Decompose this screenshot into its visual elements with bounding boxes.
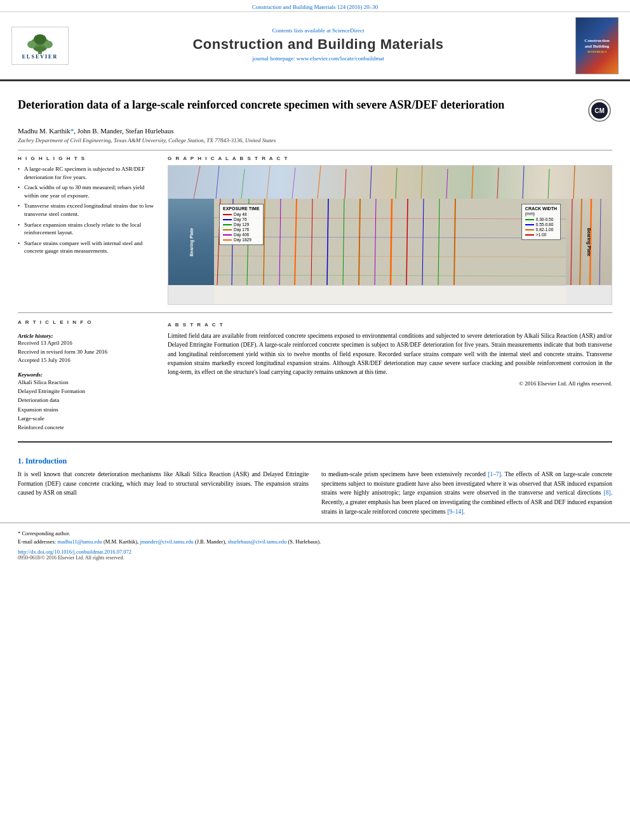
graphical-abstract-column: G R A P H I C A L A B S T R A C T — [168, 156, 612, 305]
svg-line-29 — [264, 199, 265, 285]
journal-topbar: Construction and Building Materials 124 … — [0, 0, 630, 12]
elsevier-logo: ELSEVIER — [11, 27, 69, 65]
intro-right-col: to medium-scale prism specimens have bee… — [321, 470, 612, 517]
keywords-list: Alkali Silica Reaction Delayed Ettringit… — [18, 378, 158, 432]
svg-line-44 — [214, 256, 566, 257]
email-label: E-mail addresses: — [18, 538, 56, 545]
ref-1-7-link[interactable]: [1–7] — [488, 471, 501, 477]
sciencedirect-link[interactable]: ScienceDirect — [332, 27, 364, 34]
svg-line-37 — [391, 199, 392, 285]
intro-left-col: It is well known that concrete deteriora… — [18, 470, 309, 517]
contents-prefix: Contents lists available at — [272, 27, 332, 34]
svg-line-34 — [343, 199, 344, 285]
svg-line-43 — [214, 237, 566, 238]
intro-right-text: to medium-scale prism specimens have bee… — [321, 470, 612, 517]
email2-name: (J.B. Mander), — [195, 538, 227, 545]
highlights-list: A large-scale RC specimen is subjected t… — [18, 165, 158, 255]
exposure-item-1: Day 48 — [223, 212, 260, 217]
introduction-section: 1. Introduction It is well known that co… — [0, 448, 630, 517]
exposure-item-6: Day 1829 — [223, 237, 260, 242]
keywords-label: Keywords: — [18, 371, 158, 378]
authors-line: Madhu M. Karthik*, John B. Mander, Stefa… — [18, 127, 612, 135]
svg-line-16 — [345, 169, 346, 199]
right-bearing-plate-label: Bearing Plate — [587, 228, 591, 257]
crack-item-3: 0.82-1.00 — [525, 227, 557, 232]
svg-line-12 — [241, 169, 245, 199]
email2-link[interactable]: jmander@civil.tamu.edu — [140, 538, 193, 545]
exposure-item-5: Day 406 — [223, 232, 260, 237]
svg-line-19 — [421, 166, 422, 199]
keyword-6: Reinforced concrete — [18, 423, 158, 432]
svg-line-42 — [214, 218, 566, 219]
abstract-column: A B S T R A C T Limited field data are a… — [168, 322, 612, 432]
crack-width-title: CRACK WIDTH — [525, 206, 557, 211]
svg-text:CM: CM — [594, 107, 605, 114]
journal-header-center: Contents lists available at ScienceDirec… — [69, 27, 568, 64]
crack-item-1: 0.30-0.50 — [525, 217, 557, 222]
highlights-column: H I G H L I G H T S A large-scale RC spe… — [18, 156, 158, 305]
email3-link[interactable]: shurlebaus@civil.tamu.edu — [228, 538, 287, 545]
email-line: E-mail addresses: madhu11@tamu.edu (M.M.… — [18, 538, 612, 546]
keyword-2: Delayed Ettringite Formation — [18, 387, 158, 396]
cover-title2: MATERIALS — [587, 50, 607, 53]
doi-link[interactable]: http://dx.doi.org/10.1016/j.conbuildmat.… — [18, 549, 131, 555]
svg-line-13 — [267, 166, 270, 199]
svg-line-47 — [580, 199, 582, 285]
abstract-text: Limited field data are available from re… — [168, 331, 612, 377]
graphical-abstract-image: Bearing Plate — [168, 165, 612, 305]
svg-line-11 — [216, 166, 219, 199]
highlights-heading: H I G H L I G H T S — [18, 156, 158, 161]
crack-width-unit: (mm) — [525, 211, 557, 216]
exposure-item-3: Day 129 — [223, 222, 260, 227]
journal-title: Construction and Building Materials — [69, 36, 568, 53]
ref-9-14-link[interactable]: [9–14] — [447, 509, 463, 515]
svg-point-5 — [27, 41, 36, 48]
svg-line-17 — [370, 166, 372, 199]
homepage-link[interactable]: www.elsevier.com/locate/conbuildmat — [297, 55, 384, 62]
svg-line-15 — [318, 166, 321, 199]
keyword-5: Large-scale — [18, 414, 158, 423]
svg-line-21 — [472, 166, 473, 199]
highlight-item-3: Transverse strains exceed longitudinal s… — [18, 202, 158, 218]
graphical-abstract-heading: G R A P H I C A L A B S T R A C T — [168, 156, 612, 161]
highlights-abstract-row: H I G H L I G H T S A large-scale RC spe… — [18, 156, 612, 305]
svg-line-38 — [406, 199, 408, 285]
exposure-title: EXPOSURE TIME — [223, 206, 260, 211]
svg-line-23 — [523, 166, 524, 199]
ref-8-link[interactable]: [8] — [604, 490, 611, 496]
section-number: 1. — [18, 457, 25, 465]
article-title: Deterioration data of a large-scale rein… — [18, 98, 504, 112]
divider-2 — [18, 312, 612, 313]
info-abstract-row: A R T I C L E I N F O Article history: R… — [18, 319, 612, 432]
svg-line-39 — [422, 199, 424, 285]
email3-name: (S. Hurlebaus). — [288, 538, 321, 545]
cover-title1: Constructionand Building — [584, 38, 609, 49]
keywords-section: Keywords: Alkali Silica Reaction Delayed… — [18, 371, 158, 432]
legend-bar — [214, 285, 566, 304]
page: Construction and Building Materials 124 … — [0, 0, 630, 840]
svg-line-32 — [311, 199, 312, 285]
svg-line-18 — [396, 168, 397, 199]
divider-1 — [18, 150, 612, 150]
keyword-3: Deterioration data — [18, 396, 158, 404]
article-info-heading: A R T I C L E I N F O — [18, 319, 158, 325]
svg-line-49 — [600, 199, 601, 285]
email1-name: (M.M. Karthik), — [104, 538, 138, 545]
exposure-time-box: EXPOSURE TIME Day 48 Day 76 Day 129 Day … — [219, 204, 264, 245]
email1-link[interactable]: madhu11@tamu.edu — [57, 538, 102, 545]
article-section: Deterioration data of a large-scale rein… — [0, 81, 630, 443]
crack-item-2: 0.55-0.80 — [525, 222, 557, 227]
exposure-item-2: Day 76 — [223, 217, 260, 222]
received-revised-date: Received in revised form 30 June 2016 — [18, 348, 158, 357]
svg-line-10 — [194, 166, 200, 199]
intro-left-text: It is well known that concrete deteriora… — [18, 470, 309, 498]
authors-text: Madhu M. Karthik*, John B. Mander, Stefa… — [18, 127, 174, 135]
affiliation-text: Zachry Department of Civil Engineering, … — [18, 137, 612, 143]
homepage-line: journal homepage: www.elsevier.com/locat… — [69, 55, 568, 62]
svg-line-41 — [454, 199, 455, 285]
contents-line: Contents lists available at ScienceDirec… — [69, 27, 568, 34]
history-label: Article history: — [18, 333, 158, 339]
footer-section: * Corresponding author. E-mail addresses… — [0, 523, 630, 564]
abstract-copyright: © 2016 Elsevier Ltd. All rights reserved… — [168, 380, 612, 387]
doi-line[interactable]: http://dx.doi.org/10.1016/j.conbuildmat.… — [18, 549, 612, 555]
